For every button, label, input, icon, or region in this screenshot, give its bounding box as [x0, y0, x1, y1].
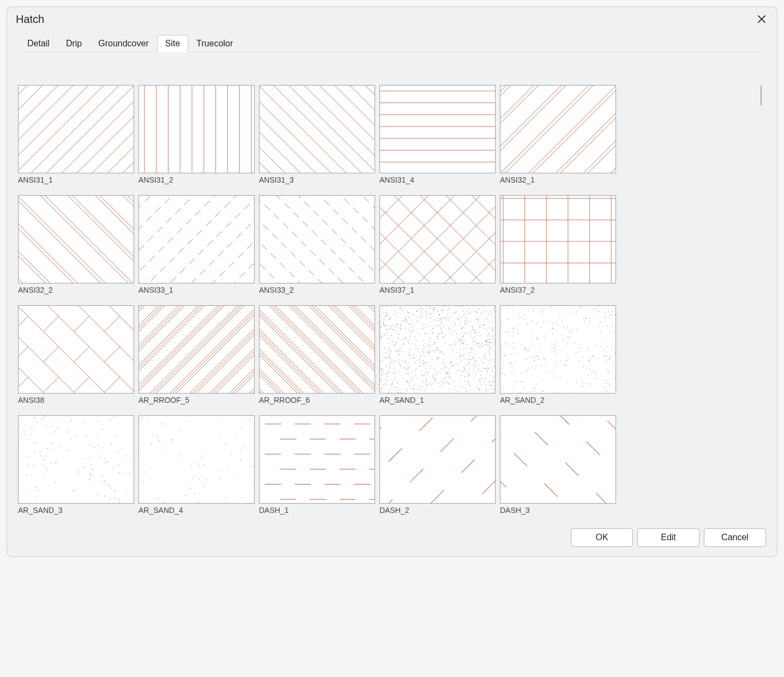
tab-site[interactable]: Site: [157, 35, 189, 52]
svg-point-908: [410, 357, 411, 358]
svg-point-1399: [590, 359, 591, 359]
pattern-swatch-dash_2[interactable]: [379, 415, 496, 504]
pattern-swatch-ansi31_3[interactable]: [259, 85, 375, 173]
svg-point-482: [466, 364, 467, 365]
svg-point-485: [405, 382, 405, 383]
svg-point-1115: [484, 322, 484, 322]
svg-point-1671: [107, 461, 108, 462]
svg-point-564: [441, 321, 442, 321]
svg-point-868: [486, 344, 486, 345]
svg-point-1468: [561, 335, 562, 336]
svg-point-1362: [491, 314, 491, 315]
svg-point-1786: [140, 451, 141, 452]
svg-line-109: [34, 196, 134, 281]
svg-line-158: [260, 196, 375, 283]
tab-detail[interactable]: Detail: [19, 35, 58, 52]
svg-point-737: [469, 374, 470, 374]
pattern-swatch-ansi33_1[interactable]: [138, 195, 255, 283]
pattern-swatch-ansi32_1[interactable]: [500, 85, 616, 173]
svg-line-37: [330, 86, 375, 116]
pattern-swatch-ansi38[interactable]: [18, 305, 134, 394]
svg-point-788: [431, 317, 432, 318]
svg-point-1483: [524, 349, 525, 350]
svg-line-461: [260, 306, 364, 393]
svg-point-1624: [91, 464, 92, 464]
svg-point-1401: [583, 367, 583, 367]
pattern-swatch-ansi32_2[interactable]: [18, 195, 134, 283]
tab-drip[interactable]: Drip: [58, 35, 90, 52]
svg-line-457: [260, 306, 375, 393]
pattern-swatch-ar_rroof_6[interactable]: [259, 305, 375, 394]
svg-point-560: [422, 388, 423, 388]
svg-point-1427: [560, 378, 561, 378]
svg-line-217: [19, 306, 134, 393]
svg-point-1768: [195, 493, 195, 494]
svg-line-224: [19, 306, 125, 393]
svg-line-25: [20, 86, 134, 173]
pattern-swatch-dash_3[interactable]: [500, 415, 616, 504]
svg-point-1601: [604, 355, 605, 355]
svg-line-1852: [419, 418, 433, 431]
pattern-swatch-ansi37_2[interactable]: [500, 195, 616, 283]
svg-point-615: [388, 336, 389, 337]
pattern-swatch-ansi37_1[interactable]: [379, 195, 496, 283]
pattern-swatch-ar_sand_1[interactable]: [379, 305, 496, 394]
svg-line-39: [315, 86, 375, 131]
svg-point-1267: [494, 342, 494, 342]
svg-point-1758: [199, 493, 200, 494]
svg-point-1272: [453, 366, 453, 366]
svg-point-890: [461, 387, 462, 388]
svg-point-1682: [125, 473, 125, 474]
svg-point-977: [385, 357, 386, 358]
ok-button[interactable]: OK: [571, 528, 633, 547]
cancel-button[interactable]: Cancel: [704, 528, 766, 547]
tab-truecolor[interactable]: Truecolor: [188, 35, 241, 52]
scrollbar-thumb[interactable]: [761, 85, 762, 106]
pattern-swatch-dash_1[interactable]: [259, 415, 375, 504]
svg-point-1405: [512, 366, 512, 366]
svg-line-445: [260, 306, 375, 393]
svg-line-309: [43, 377, 58, 392]
svg-point-1207: [467, 369, 467, 370]
pattern-swatch-ansi31_4[interactable]: [379, 85, 496, 173]
svg-line-447: [260, 306, 375, 393]
svg-point-1430: [539, 347, 540, 347]
svg-line-1870: [461, 460, 475, 473]
svg-point-1118: [446, 318, 447, 318]
svg-point-916: [425, 324, 426, 324]
svg-point-611: [494, 306, 495, 307]
svg-point-1030: [405, 307, 405, 307]
dialog-title: Hatch: [16, 13, 44, 26]
svg-point-1621: [553, 374, 553, 374]
svg-point-1155: [494, 390, 494, 391]
pattern-swatch-ar_sand_4[interactable]: [138, 415, 255, 504]
svg-point-1725: [29, 464, 30, 465]
tab-groundcover[interactable]: Groundcover: [90, 35, 157, 52]
pattern-swatch-ansi31_2[interactable]: [138, 85, 255, 173]
svg-point-929: [461, 332, 462, 333]
svg-point-1080: [460, 321, 460, 321]
svg-point-1305: [489, 336, 490, 336]
pattern-swatch-ar_sand_3[interactable]: [18, 415, 134, 504]
svg-point-1370: [529, 356, 530, 357]
pattern-swatch-ar_rroof_5[interactable]: [138, 305, 255, 394]
svg-point-939: [396, 324, 396, 324]
svg-point-770: [479, 331, 479, 332]
svg-point-1291: [423, 360, 423, 361]
svg-point-1195: [473, 338, 473, 338]
scrollbar[interactable]: [758, 85, 762, 521]
pattern-swatch-ansi31_1[interactable]: [18, 85, 134, 173]
svg-point-1316: [387, 376, 387, 377]
svg-point-1541: [554, 392, 555, 393]
svg-line-145: [139, 196, 254, 283]
svg-point-1196: [385, 385, 386, 385]
pattern-swatch-ar_sand_2[interactable]: [500, 305, 616, 394]
svg-line-132: [139, 196, 194, 237]
svg-point-669: [491, 360, 492, 360]
svg-point-566: [417, 341, 418, 341]
close-icon[interactable]: [754, 11, 769, 27]
svg-point-1187: [420, 362, 420, 362]
svg-point-1711: [46, 456, 46, 456]
edit-button[interactable]: Edit: [637, 528, 699, 547]
pattern-swatch-ansi33_2[interactable]: [259, 195, 375, 283]
